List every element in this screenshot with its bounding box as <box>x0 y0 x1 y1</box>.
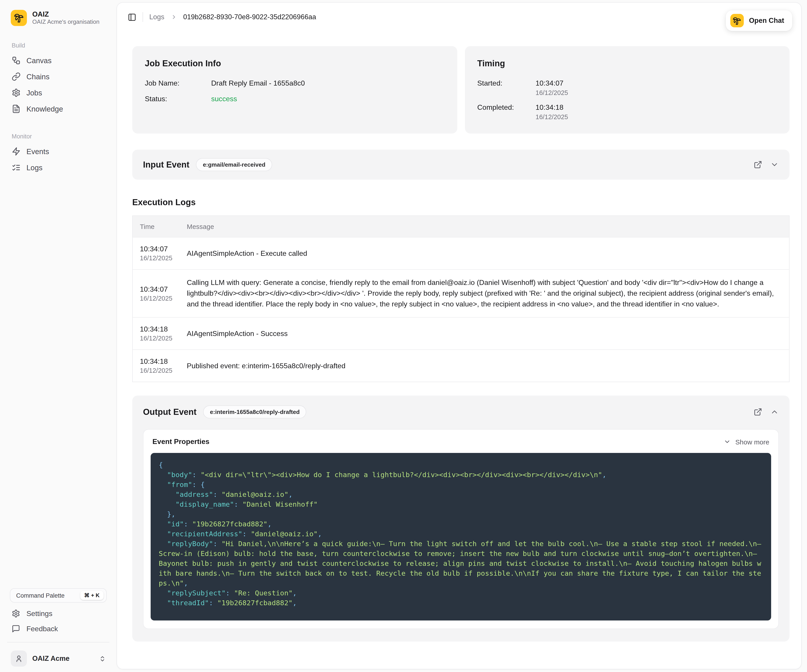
time-value: 10:34:07 <box>536 79 568 88</box>
breadcrumb-logs-link[interactable]: Logs <box>149 13 164 21</box>
log-message: Calling LLM with query: Generate a conci… <box>179 270 789 318</box>
log-table-row: 10:34:0716/12/2025AIAgentSimpleAction - … <box>133 237 789 270</box>
field-label: Status: <box>145 95 211 103</box>
event-properties-title: Event Properties <box>153 438 209 446</box>
message-square-icon <box>12 624 21 634</box>
chevron-up-icon[interactable] <box>770 408 779 416</box>
input-event-bar: Input Event e:gmail/email-received <box>132 150 789 180</box>
list-checks-icon <box>12 163 21 172</box>
sidebar-item-knowledge[interactable]: Knowledge <box>0 101 116 117</box>
workflow-icon <box>12 56 21 65</box>
command-palette-shortcut: ⌘ + K <box>80 591 104 600</box>
chevron-right-icon <box>171 14 177 20</box>
link-icon <box>12 72 21 81</box>
log-date: 16/12/2025 <box>140 367 173 374</box>
sidebar-footer: Command Palette ⌘ + K SettingsFeedback O… <box>0 588 116 667</box>
palm-tree-logo-icon <box>11 10 27 26</box>
log-date: 16/12/2025 <box>140 335 173 342</box>
field-value: success <box>211 95 237 103</box>
page-content: Job Execution Info Job Name:Draft Reply … <box>117 28 801 642</box>
org-subtitle: OAIZ Acme's organisation <box>32 18 100 26</box>
chevron-down-icon[interactable] <box>770 161 779 169</box>
field-label: Completed: <box>477 104 536 121</box>
org-brand: OAIZ OAIZ Acme's organisation <box>0 10 116 26</box>
timing-row: Started:10:34:0716/12/2025 <box>477 79 777 96</box>
topbar-divider <box>143 12 143 22</box>
log-message: AIAgentSimpleAction - Execute called <box>179 237 789 270</box>
sidebar-section-label: Build <box>0 42 116 49</box>
app-window: OAIZ OAIZ Acme's organisation BuildCanva… <box>0 0 807 672</box>
open-chat-button[interactable]: Open Chat <box>726 10 792 31</box>
cog-icon <box>12 609 21 618</box>
log-table-row: 10:34:0716/12/2025Calling LLM with query… <box>133 270 789 318</box>
date-value: 16/12/2025 <box>536 113 568 121</box>
breadcrumb: Logs 019b2682-8930-70e8-9022-35d2206966a… <box>117 3 801 28</box>
timing-row: Completed:10:34:1816/12/2025 <box>477 104 777 121</box>
column-header-time: Time <box>133 216 179 237</box>
event-json-code-block: { "body": "<div dir=\"ltr\"><div>How do … <box>151 453 771 621</box>
time-value: 10:34:18 <box>536 104 568 111</box>
output-event-card: Output Event e:interim-1655a8c0/reply-dr… <box>132 396 789 642</box>
sidebar-item-feedback[interactable]: Feedback <box>0 621 116 637</box>
input-event-title: Input Event <box>143 160 189 170</box>
date-value: 16/12/2025 <box>536 89 568 96</box>
field-label: Started: <box>477 79 536 96</box>
sidebar-toggle-icon[interactable] <box>128 13 136 21</box>
show-more-button[interactable]: Show more <box>724 438 769 445</box>
sidebar-item-canvas[interactable]: Canvas <box>0 53 116 69</box>
breadcrumb-current-id: 019b2682-8930-70e8-9022-35d2206966aa <box>183 13 316 21</box>
sidebar-item-settings[interactable]: Settings <box>0 606 116 621</box>
log-message: Published event: e:interim-1655a8c0/repl… <box>179 350 789 382</box>
log-table-row: 10:34:1816/12/2025Published event: e:int… <box>133 350 789 382</box>
log-time: 10:34:07 <box>140 285 173 293</box>
output-event-badge: e:interim-1655a8c0/reply-drafted <box>203 406 306 419</box>
timing-title: Timing <box>477 59 777 68</box>
command-palette-label: Command Palette <box>16 592 65 599</box>
command-palette-button[interactable]: Command Palette ⌘ + K <box>10 588 107 602</box>
sidebar: OAIZ OAIZ Acme's organisation BuildCanva… <box>0 0 116 672</box>
output-event-title: Output Event <box>143 407 197 417</box>
job-execution-info-card: Job Execution Info Job Name:Draft Reply … <box>132 46 457 134</box>
job-info-title: Job Execution Info <box>145 59 445 68</box>
sidebar-item-label: Canvas <box>27 56 51 65</box>
sidebar-item-jobs[interactable]: Jobs <box>0 85 116 101</box>
palm-tree-chat-icon <box>730 14 744 27</box>
open-chat-label: Open Chat <box>749 17 784 25</box>
user-name: OAIZ Acme <box>32 654 94 663</box>
job-info-row: Job Name:Draft Reply Email - 1655a8c0 <box>145 79 445 88</box>
sidebar-divider <box>7 642 110 642</box>
field-value: Draft Reply Email - 1655a8c0 <box>211 79 305 88</box>
sidebar-section-label: Monitor <box>0 133 116 140</box>
log-time: 10:34:07 <box>140 245 173 253</box>
external-link-icon[interactable] <box>754 408 762 416</box>
org-name: OAIZ <box>32 10 100 18</box>
column-header-message: Message <box>179 216 789 237</box>
field-label: Job Name: <box>145 79 211 88</box>
sidebar-item-events[interactable]: Events <box>0 144 116 160</box>
sidebar-item-label: Settings <box>27 610 52 618</box>
sidebar-item-logs[interactable]: Logs <box>0 160 116 176</box>
external-link-icon[interactable] <box>754 161 762 169</box>
sidebar-item-label: Logs <box>27 164 43 172</box>
execution-logs-table: Time Message 10:34:0716/12/2025AIAgentSi… <box>132 215 789 382</box>
sidebar-item-label: Knowledge <box>27 105 63 113</box>
sidebar-item-label: Jobs <box>27 89 42 97</box>
log-table-row: 10:34:1816/12/2025AIAgentSimpleAction - … <box>133 318 789 350</box>
sidebar-item-chains[interactable]: Chains <box>0 69 116 85</box>
log-time: 10:34:18 <box>140 358 173 366</box>
user-menu[interactable]: OAIZ Acme <box>0 648 116 667</box>
timing-card: Timing Started:10:34:0716/12/2025Complet… <box>465 46 789 134</box>
cog-icon <box>12 88 21 98</box>
sidebar-nav: BuildCanvasChainsJobsKnowledgeMonitorEve… <box>0 42 116 176</box>
show-more-label: Show more <box>735 438 769 445</box>
sidebar-item-label: Chains <box>27 73 50 81</box>
log-date: 16/12/2025 <box>140 295 173 302</box>
sidebar-item-label: Feedback <box>27 625 58 633</box>
chevrons-up-down-icon <box>99 655 106 662</box>
sidebar-item-label: Events <box>27 147 49 156</box>
log-date: 16/12/2025 <box>140 255 173 262</box>
file-text-icon <box>12 104 21 114</box>
main-panel: Logs 019b2682-8930-70e8-9022-35d2206966a… <box>116 2 802 669</box>
log-time: 10:34:18 <box>140 325 173 333</box>
chevron-down-icon <box>724 438 731 445</box>
